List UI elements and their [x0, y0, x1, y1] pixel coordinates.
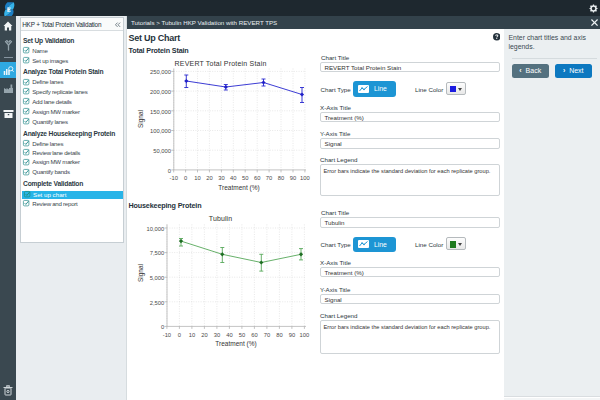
svg-text:80: 80 — [277, 175, 283, 181]
svg-text:Signal: Signal — [137, 109, 145, 128]
svg-text:-10: -10 — [162, 331, 170, 337]
svg-text:REVERT Total Protein Stain: REVERT Total Protein Stain — [174, 59, 266, 66]
svg-text:0: 0 — [183, 175, 186, 181]
svg-text:150,000: 150,000 — [150, 108, 171, 114]
svg-text:200,000: 200,000 — [150, 88, 171, 94]
svg-text:60: 60 — [251, 331, 257, 337]
svg-text:0: 0 — [167, 167, 170, 173]
svg-text:7,500: 7,500 — [149, 250, 164, 256]
svg-text:100: 100 — [299, 331, 309, 337]
svg-text:20: 20 — [206, 175, 212, 181]
svg-text:Tubulin: Tubulin — [208, 214, 231, 221]
svg-text:Treatment (%): Treatment (%) — [215, 340, 256, 348]
svg-text:40: 40 — [230, 175, 236, 181]
svg-text:90: 90 — [288, 331, 294, 337]
svg-text:30: 30 — [218, 175, 224, 181]
svg-text:10,000: 10,000 — [146, 225, 164, 231]
svg-text:100: 100 — [300, 175, 310, 181]
svg-text:-10: -10 — [169, 175, 177, 181]
svg-text:50: 50 — [241, 175, 247, 181]
svg-text:10: 10 — [188, 331, 194, 337]
svg-text:Signal: Signal — [137, 263, 145, 282]
svg-text:10: 10 — [194, 175, 200, 181]
svg-text:90: 90 — [289, 175, 295, 181]
svg-text:2,500: 2,500 — [149, 299, 164, 305]
svg-text:5,000: 5,000 — [149, 275, 164, 281]
svg-text:50,000: 50,000 — [153, 148, 171, 154]
svg-text:80: 80 — [276, 331, 282, 337]
svg-text:70: 70 — [263, 331, 269, 337]
svg-text:70: 70 — [265, 175, 271, 181]
svg-text:30: 30 — [213, 331, 219, 337]
svg-text:0: 0 — [177, 331, 180, 337]
svg-text:40: 40 — [226, 331, 232, 337]
svg-text:100,000: 100,000 — [150, 128, 171, 134]
svg-text:50: 50 — [238, 331, 244, 337]
svg-text:20: 20 — [201, 331, 207, 337]
svg-text:0: 0 — [160, 324, 163, 330]
svg-text:Treatment (%): Treatment (%) — [218, 183, 259, 191]
svg-text:250,000: 250,000 — [150, 69, 171, 75]
svg-text:60: 60 — [253, 175, 259, 181]
